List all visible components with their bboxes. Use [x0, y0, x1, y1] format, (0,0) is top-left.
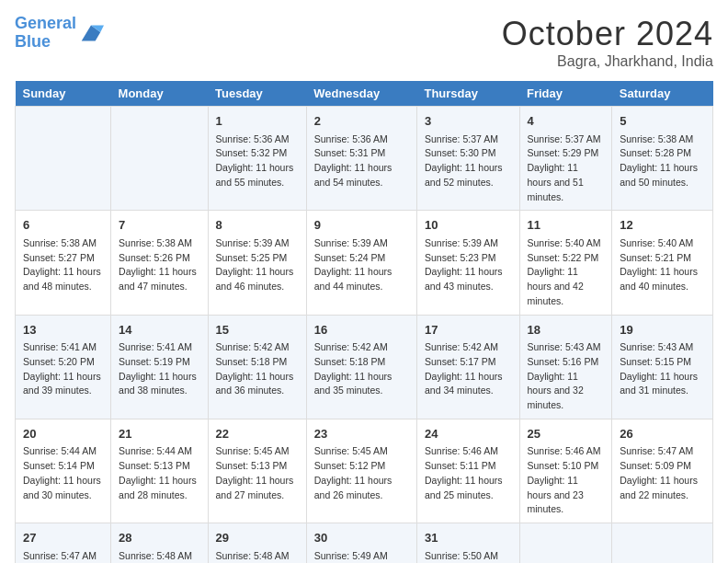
calendar-cell: 29Sunrise: 5:48 AMSunset: 5:07 PMDayligh… — [208, 523, 306, 564]
cell-info: Sunrise: 5:44 AMSunset: 5:14 PMDaylight:… — [23, 444, 103, 502]
calendar-cell: 11Sunrise: 5:40 AMSunset: 5:22 PMDayligh… — [519, 211, 612, 315]
day-number: 25 — [528, 425, 605, 443]
week-row-4: 20Sunrise: 5:44 AMSunset: 5:14 PMDayligh… — [16, 419, 713, 523]
day-number: 9 — [314, 216, 409, 235]
day-number: 16 — [314, 321, 409, 339]
cell-info: Sunrise: 5:38 AMSunset: 5:26 PMDaylight:… — [119, 236, 199, 294]
calendar-cell: 4Sunrise: 5:37 AMSunset: 5:29 PMDaylight… — [519, 107, 612, 211]
week-row-1: 1Sunrise: 5:36 AMSunset: 5:32 PMDaylight… — [16, 107, 713, 211]
cell-info: Sunrise: 5:44 AMSunset: 5:13 PMDaylight:… — [119, 444, 199, 502]
calendar-cell: 31Sunrise: 5:50 AMSunset: 5:06 PMDayligh… — [416, 523, 519, 564]
day-number: 1 — [216, 112, 299, 131]
calendar-cell — [612, 523, 713, 564]
day-number: 30 — [314, 529, 409, 547]
cell-info: Sunrise: 5:48 AMSunset: 5:08 PMDaylight:… — [119, 549, 199, 564]
day-number: 3 — [425, 112, 512, 131]
location-title: Bagra, Jharkhand, India — [502, 53, 713, 70]
cell-info: Sunrise: 5:49 AMSunset: 5:07 PMDaylight:… — [314, 549, 409, 564]
logo-text: GeneralBlue — [15, 15, 76, 52]
cell-info: Sunrise: 5:37 AMSunset: 5:30 PMDaylight:… — [425, 132, 512, 190]
cell-info: Sunrise: 5:46 AMSunset: 5:11 PMDaylight:… — [425, 444, 512, 502]
calendar-cell: 17Sunrise: 5:42 AMSunset: 5:17 PMDayligh… — [416, 315, 519, 419]
cell-info: Sunrise: 5:48 AMSunset: 5:07 PMDaylight:… — [216, 549, 299, 564]
cell-info: Sunrise: 5:37 AMSunset: 5:29 PMDaylight:… — [528, 132, 605, 205]
title-block: October 2024 Bagra, Jharkhand, India — [502, 15, 713, 70]
calendar-cell: 9Sunrise: 5:39 AMSunset: 5:24 PMDaylight… — [306, 211, 416, 315]
day-number: 5 — [620, 112, 705, 131]
day-number: 22 — [216, 425, 299, 443]
calendar-cell: 23Sunrise: 5:45 AMSunset: 5:12 PMDayligh… — [306, 419, 416, 523]
cell-info: Sunrise: 5:40 AMSunset: 5:22 PMDaylight:… — [528, 236, 605, 309]
cell-info: Sunrise: 5:39 AMSunset: 5:23 PMDaylight:… — [425, 236, 512, 294]
day-number: 4 — [528, 112, 605, 131]
col-header-wednesday: Wednesday — [306, 81, 416, 107]
calendar-cell: 12Sunrise: 5:40 AMSunset: 5:21 PMDayligh… — [612, 211, 713, 315]
logo-icon — [78, 20, 104, 46]
calendar-cell: 19Sunrise: 5:43 AMSunset: 5:15 PMDayligh… — [612, 315, 713, 419]
logo: GeneralBlue — [15, 15, 104, 52]
day-number: 2 — [314, 112, 409, 131]
col-header-friday: Friday — [519, 81, 612, 107]
month-title: October 2024 — [502, 15, 713, 53]
cell-info: Sunrise: 5:41 AMSunset: 5:20 PMDaylight:… — [23, 340, 103, 398]
calendar-cell — [16, 107, 111, 211]
calendar-cell: 3Sunrise: 5:37 AMSunset: 5:30 PMDaylight… — [416, 107, 519, 211]
day-number: 14 — [119, 321, 199, 339]
day-number: 29 — [216, 529, 299, 547]
calendar-cell: 21Sunrise: 5:44 AMSunset: 5:13 PMDayligh… — [111, 419, 208, 523]
day-number: 12 — [620, 216, 705, 235]
cell-info: Sunrise: 5:45 AMSunset: 5:12 PMDaylight:… — [314, 444, 409, 502]
calendar-cell: 30Sunrise: 5:49 AMSunset: 5:07 PMDayligh… — [306, 523, 416, 564]
col-header-thursday: Thursday — [416, 81, 519, 107]
day-number: 21 — [119, 425, 199, 443]
week-row-5: 27Sunrise: 5:47 AMSunset: 5:09 PMDayligh… — [16, 523, 713, 564]
calendar-cell: 27Sunrise: 5:47 AMSunset: 5:09 PMDayligh… — [16, 523, 111, 564]
calendar-cell: 14Sunrise: 5:41 AMSunset: 5:19 PMDayligh… — [111, 315, 208, 419]
cell-info: Sunrise: 5:36 AMSunset: 5:31 PMDaylight:… — [314, 132, 409, 190]
day-number: 15 — [216, 321, 299, 339]
calendar-header-row: SundayMondayTuesdayWednesdayThursdayFrid… — [16, 81, 713, 107]
calendar-table: SundayMondayTuesdayWednesdayThursdayFrid… — [15, 81, 713, 563]
cell-info: Sunrise: 5:42 AMSunset: 5:18 PMDaylight:… — [216, 340, 299, 398]
day-number: 6 — [23, 216, 103, 235]
calendar-cell: 28Sunrise: 5:48 AMSunset: 5:08 PMDayligh… — [111, 523, 208, 564]
cell-info: Sunrise: 5:47 AMSunset: 5:09 PMDaylight:… — [23, 549, 103, 564]
day-number: 28 — [119, 529, 199, 547]
cell-info: Sunrise: 5:39 AMSunset: 5:24 PMDaylight:… — [314, 236, 409, 294]
calendar-cell: 13Sunrise: 5:41 AMSunset: 5:20 PMDayligh… — [16, 315, 111, 419]
week-row-2: 6Sunrise: 5:38 AMSunset: 5:27 PMDaylight… — [16, 211, 713, 315]
calendar-cell: 10Sunrise: 5:39 AMSunset: 5:23 PMDayligh… — [416, 211, 519, 315]
calendar-cell: 15Sunrise: 5:42 AMSunset: 5:18 PMDayligh… — [208, 315, 306, 419]
day-number: 10 — [425, 216, 512, 235]
calendar-cell: 26Sunrise: 5:47 AMSunset: 5:09 PMDayligh… — [612, 419, 713, 523]
day-number: 26 — [620, 425, 705, 443]
day-number: 20 — [23, 425, 103, 443]
cell-info: Sunrise: 5:43 AMSunset: 5:16 PMDaylight:… — [528, 340, 605, 413]
day-number: 8 — [216, 216, 299, 235]
cell-info: Sunrise: 5:46 AMSunset: 5:10 PMDaylight:… — [528, 444, 605, 517]
calendar-cell: 22Sunrise: 5:45 AMSunset: 5:13 PMDayligh… — [208, 419, 306, 523]
cell-info: Sunrise: 5:41 AMSunset: 5:19 PMDaylight:… — [119, 340, 199, 398]
day-number: 17 — [425, 321, 512, 339]
cell-info: Sunrise: 5:42 AMSunset: 5:17 PMDaylight:… — [425, 340, 512, 398]
col-header-tuesday: Tuesday — [208, 81, 306, 107]
calendar-cell: 25Sunrise: 5:46 AMSunset: 5:10 PMDayligh… — [519, 419, 612, 523]
day-number: 31 — [425, 529, 512, 547]
week-row-3: 13Sunrise: 5:41 AMSunset: 5:20 PMDayligh… — [16, 315, 713, 419]
day-number: 7 — [119, 216, 199, 235]
page-header: GeneralBlue October 2024 Bagra, Jharkhan… — [15, 15, 713, 70]
calendar-cell: 6Sunrise: 5:38 AMSunset: 5:27 PMDaylight… — [16, 211, 111, 315]
cell-info: Sunrise: 5:40 AMSunset: 5:21 PMDaylight:… — [620, 236, 705, 294]
cell-info: Sunrise: 5:42 AMSunset: 5:18 PMDaylight:… — [314, 340, 409, 398]
calendar-cell — [111, 107, 208, 211]
day-number: 23 — [314, 425, 409, 443]
day-number: 24 — [425, 425, 512, 443]
col-header-sunday: Sunday — [16, 81, 111, 107]
cell-info: Sunrise: 5:50 AMSunset: 5:06 PMDaylight:… — [425, 549, 512, 564]
calendar-cell: 8Sunrise: 5:39 AMSunset: 5:25 PMDaylight… — [208, 211, 306, 315]
cell-info: Sunrise: 5:45 AMSunset: 5:13 PMDaylight:… — [216, 444, 299, 502]
day-number: 27 — [23, 529, 103, 547]
day-number: 11 — [528, 216, 605, 235]
col-header-monday: Monday — [111, 81, 208, 107]
calendar-cell: 1Sunrise: 5:36 AMSunset: 5:32 PMDaylight… — [208, 107, 306, 211]
